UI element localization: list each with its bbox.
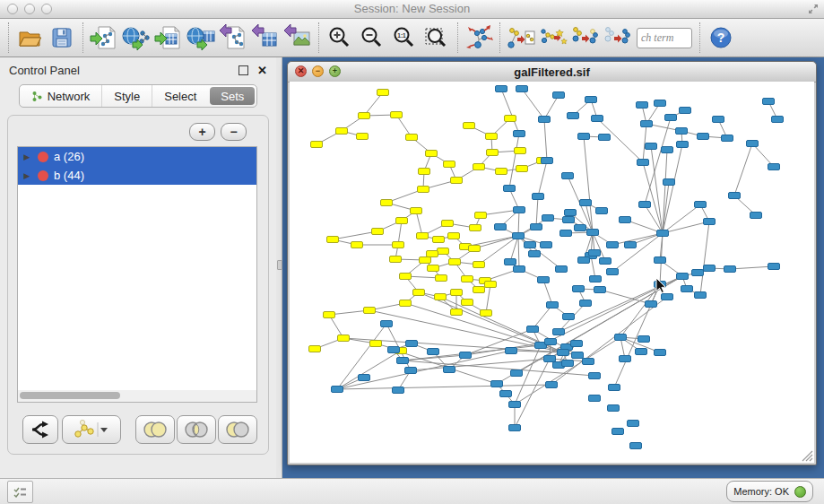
graph-node[interactable] — [388, 347, 400, 353]
graph-node[interactable] — [500, 391, 512, 397]
graph-node[interactable] — [364, 308, 376, 314]
graph-node[interactable] — [768, 164, 780, 170]
graph-node[interactable] — [444, 367, 455, 373]
graph-node[interactable] — [309, 346, 321, 352]
graph-node[interactable] — [449, 259, 461, 265]
graph-node[interactable] — [406, 341, 418, 347]
tab-select[interactable]: Select — [152, 85, 208, 107]
remove-set-button[interactable]: − — [221, 123, 247, 141]
graph-node[interactable] — [580, 200, 592, 206]
export-table-button[interactable] — [249, 22, 282, 54]
graph-node[interactable] — [750, 213, 762, 219]
graph-node[interactable] — [553, 92, 565, 99]
graph-node[interactable] — [327, 237, 339, 243]
graph-node[interactable] — [470, 225, 481, 231]
graph-node[interactable] — [646, 301, 657, 308]
graph-node[interactable] — [573, 286, 585, 292]
graph-node[interactable] — [542, 158, 553, 164]
graph-node[interactable] — [599, 135, 611, 141]
graph-node[interactable] — [639, 202, 651, 208]
split-set-button[interactable] — [22, 415, 58, 444]
sets-horizontal-scrollbar[interactable] — [17, 390, 257, 403]
graph-node[interactable] — [336, 128, 348, 135]
graph-node[interactable] — [516, 166, 528, 172]
graph-node[interactable] — [514, 131, 525, 137]
graph-node[interactable] — [473, 287, 485, 293]
new-network-from-selection-button[interactable] — [505, 22, 537, 54]
tab-style[interactable]: Style — [101, 85, 152, 107]
graph-node[interactable] — [359, 375, 370, 381]
graph-node[interactable] — [608, 405, 620, 412]
graph-node[interactable] — [357, 134, 369, 140]
graph-node[interactable] — [612, 429, 624, 435]
graph-node[interactable] — [676, 128, 688, 135]
hide-selected-button[interactable] — [569, 22, 602, 54]
graph-node[interactable] — [351, 242, 363, 248]
graph-node[interactable] — [486, 134, 498, 140]
graph-node[interactable] — [359, 113, 370, 119]
graph-node[interactable] — [513, 233, 525, 239]
graph-node[interactable] — [533, 194, 544, 200]
graph-node[interactable] — [370, 341, 382, 347]
graph-node[interactable] — [558, 350, 569, 356]
graph-node[interactable] — [487, 150, 499, 156]
graph-node[interactable] — [546, 382, 558, 388]
graph-node[interactable] — [665, 115, 677, 121]
graph-node[interactable] — [575, 225, 586, 231]
graph-node[interactable] — [525, 242, 536, 248]
expander-icon[interactable]: ▶ — [18, 171, 36, 180]
difference-sets-button[interactable] — [218, 415, 257, 444]
graph-node[interactable] — [655, 100, 666, 107]
graph-node[interactable] — [419, 169, 430, 175]
graph-node[interactable] — [585, 97, 597, 103]
graph-node[interactable] — [505, 259, 516, 265]
graph-node[interactable] — [587, 230, 599, 236]
import-network-file-button[interactable] — [88, 22, 120, 54]
zoom-in-button[interactable] — [324, 22, 356, 54]
graph-node[interactable] — [397, 358, 409, 364]
graph-node[interactable] — [589, 395, 601, 402]
graph-node[interactable] — [625, 242, 637, 248]
graph-node[interactable] — [692, 270, 704, 276]
graph-node[interactable] — [578, 134, 590, 140]
graph-node[interactable] — [662, 294, 673, 300]
graph-node[interactable] — [406, 135, 418, 141]
graph-node[interactable] — [580, 300, 592, 307]
graph-node[interactable] — [451, 309, 463, 316]
graph-node[interactable] — [638, 336, 650, 343]
import-table-web-button[interactable] — [185, 22, 217, 54]
graph-node[interactable] — [462, 276, 473, 282]
graph-node[interactable] — [677, 142, 689, 148]
graph-node[interactable] — [630, 443, 642, 449]
open-session-button[interactable] — [13, 22, 46, 54]
graph-node[interactable] — [411, 208, 422, 214]
help-button[interactable]: ? — [705, 22, 737, 54]
graph-node[interactable] — [641, 121, 653, 127]
graph-node[interactable] — [413, 290, 425, 296]
graph-node[interactable] — [565, 210, 577, 216]
save-session-button[interactable] — [46, 22, 78, 54]
graph-node[interactable] — [763, 99, 775, 105]
graph-node[interactable] — [496, 86, 507, 92]
graph-node[interactable] — [747, 141, 759, 147]
float-panel-icon[interactable] — [239, 65, 248, 75]
graph-node[interactable] — [393, 387, 404, 394]
memory-status-button[interactable]: Memory: OK — [726, 481, 813, 502]
graph-node[interactable] — [514, 266, 525, 273]
graph-node[interactable] — [539, 117, 551, 123]
graph-node[interactable] — [592, 116, 603, 122]
graph-node[interactable] — [435, 294, 447, 300]
network-window-titlebar[interactable]: ✕ − + galFiltered.sif — [288, 62, 816, 83]
graph-node[interactable] — [381, 200, 393, 206]
tab-sets[interactable]: Sets — [210, 87, 255, 105]
graph-node[interactable] — [590, 276, 602, 282]
graph-node[interactable] — [615, 335, 627, 341]
graph-node[interactable] — [438, 248, 449, 255]
graph-node[interactable] — [542, 215, 554, 222]
graph-node[interactable] — [698, 134, 709, 140]
graph-node[interactable] — [473, 164, 485, 170]
graph-node[interactable] — [504, 186, 516, 192]
graph-node[interactable] — [681, 286, 693, 292]
scrollbar-thumb[interactable] — [20, 392, 120, 399]
graph-node[interactable] — [372, 229, 384, 235]
